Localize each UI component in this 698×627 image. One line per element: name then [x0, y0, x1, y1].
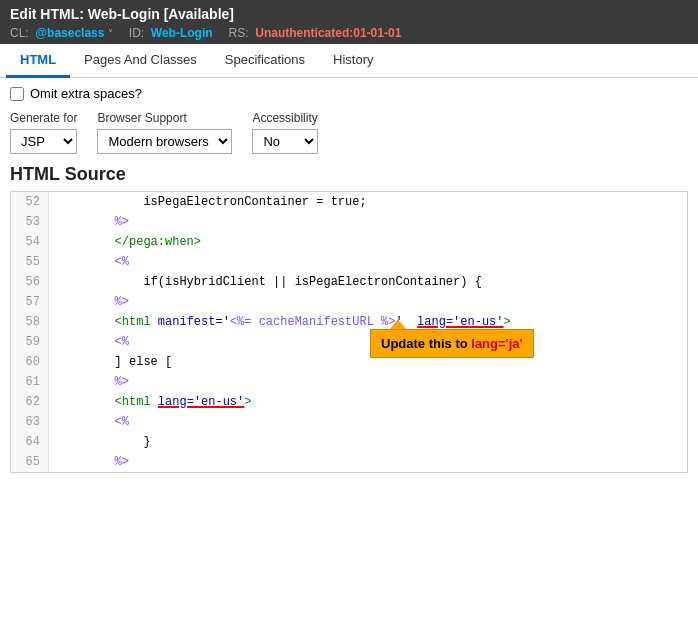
form-row: Generate for JSP Browser Support Modern …: [10, 111, 688, 154]
line-code: %>: [49, 452, 687, 472]
accessibility-select[interactable]: No: [252, 129, 317, 154]
line-number: 62: [11, 392, 49, 412]
header-meta: CL: @baseclass ˅ ID: Web-Login RS: Unaut…: [10, 26, 688, 40]
accessibility-group: Accessibility No: [252, 111, 317, 154]
tab-html[interactable]: HTML: [6, 44, 70, 78]
tab-pages-classes[interactable]: Pages And Classes: [70, 44, 211, 78]
table-row: 64 }: [11, 432, 687, 452]
cl-label: CL: @baseclass ˅: [10, 26, 113, 40]
line-code: <html lang='en-us'>: [49, 392, 687, 412]
line-number: 56: [11, 272, 49, 292]
content-area: Omit extra spaces? Generate for JSP Brow…: [0, 78, 698, 481]
line-code: %>: [49, 292, 687, 312]
code-area: 52 isPegaElectronContainer = true; 53 %>…: [10, 191, 688, 473]
table-row: 58 <html manifest='<%= cacheManifestURL …: [11, 312, 687, 332]
table-row: 56 if(isHybridClient || isPegaElectronCo…: [11, 272, 687, 292]
line-code: }: [49, 432, 687, 452]
rs-label: RS: Unauthenticated:01-01-01: [229, 26, 402, 40]
source-heading: HTML Source: [10, 164, 688, 185]
table-row: 55 <%: [11, 252, 687, 272]
accessibility-label: Accessibility: [252, 111, 317, 125]
line-code: ] else [: [49, 352, 687, 372]
header: Edit HTML: Web-Login [Available] CL: @ba…: [0, 0, 698, 44]
omit-row: Omit extra spaces?: [10, 86, 688, 101]
generate-select[interactable]: JSP: [10, 129, 77, 154]
omit-checkbox[interactable]: [10, 87, 24, 101]
line-code: </pega:when>: [49, 232, 687, 252]
line-code: if(isHybridClient || isPegaElectronConta…: [49, 272, 687, 292]
browser-label: Browser Support: [97, 111, 232, 125]
tab-specifications[interactable]: Specifications: [211, 44, 319, 78]
code-container: 52 isPegaElectronContainer = true; 53 %>…: [10, 191, 688, 473]
line-number: 52: [11, 192, 49, 212]
tab-bar: HTML Pages And Classes Specifications Hi…: [0, 44, 698, 78]
generate-group: Generate for JSP: [10, 111, 77, 154]
browser-select[interactable]: Modern browsers: [97, 129, 232, 154]
table-row: 60 ] else [: [11, 352, 687, 372]
line-code: <%: [49, 332, 687, 352]
line-number: 64: [11, 432, 49, 452]
cl-dropdown-arrow[interactable]: ˅: [108, 28, 113, 39]
table-row: 63 <%: [11, 412, 687, 432]
tooltip1-text: Update this to: [381, 336, 471, 351]
tooltip1-arrow: [390, 319, 406, 329]
table-row: 65 %>: [11, 452, 687, 472]
line-code: <%: [49, 412, 687, 432]
tooltip1-highlight: lang='ja': [471, 336, 522, 351]
table-row: 54 </pega:when>: [11, 232, 687, 252]
tab-history[interactable]: History: [319, 44, 387, 78]
line-number: 59: [11, 332, 49, 352]
tooltip1-box: Update this to lang='ja': [370, 329, 534, 358]
line-code: %>: [49, 212, 687, 232]
line-number: 65: [11, 452, 49, 472]
tooltip1: Update this to lang='ja': [370, 329, 534, 358]
id-label: ID: Web-Login: [129, 26, 213, 40]
table-row: 52 isPegaElectronContainer = true;: [11, 192, 687, 212]
table-row: 61 %>: [11, 372, 687, 392]
line-number: 55: [11, 252, 49, 272]
omit-label: Omit extra spaces?: [30, 86, 142, 101]
table-row: 57 %>: [11, 292, 687, 312]
browser-group: Browser Support Modern browsers: [97, 111, 232, 154]
table-row: 53 %>: [11, 212, 687, 232]
line-number: 61: [11, 372, 49, 392]
page-title: Edit HTML: Web-Login [Available]: [10, 6, 688, 22]
line-code: %>: [49, 372, 687, 392]
line-number: 54: [11, 232, 49, 252]
line-number: 60: [11, 352, 49, 372]
generate-label: Generate for: [10, 111, 77, 125]
line-number: 63: [11, 412, 49, 432]
table-row: 62 <html lang='en-us'>: [11, 392, 687, 412]
line-number: 53: [11, 212, 49, 232]
table-row: 59 <%: [11, 332, 687, 352]
line-number: 57: [11, 292, 49, 312]
line-code: isPegaElectronContainer = true;: [49, 192, 687, 212]
line-number: 58: [11, 312, 49, 332]
line-code: <html manifest='<%= cacheManifestURL %>'…: [49, 312, 687, 332]
line-code: <%: [49, 252, 687, 272]
